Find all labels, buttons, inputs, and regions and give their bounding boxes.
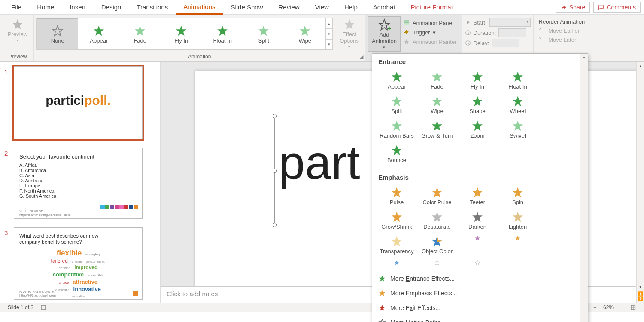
animation-pane-button[interactable]: Animation Pane	[401, 18, 459, 28]
dd-emphasis-more2[interactable]	[498, 233, 538, 243]
zoom-out-button[interactable]: −	[590, 304, 600, 310]
comments-button[interactable]: Comments	[593, 2, 641, 13]
dropdown-scrollbar[interactable]: ▴ ▾	[580, 54, 588, 322]
scroll-up-icon[interactable]: ▴	[639, 64, 641, 68]
share-button[interactable]: Share	[556, 2, 590, 13]
duration-icon	[465, 30, 471, 36]
tab-review[interactable]: Review	[270, 0, 307, 14]
dd-entrance-wipe[interactable]: Wipe	[417, 92, 457, 117]
delay-field[interactable]	[492, 39, 519, 47]
tab-picture-format[interactable]: Picture Format	[403, 0, 460, 14]
animation-painter-button[interactable]: Animation Painter	[401, 37, 459, 46]
dd-emphasis-more4[interactable]	[417, 257, 457, 267]
thumbnail-slide-2[interactable]: Select your favourite continent A. Afric…	[14, 148, 143, 219]
scroll-up-icon[interactable]: ▴	[583, 55, 585, 59]
effect-options-icon	[343, 18, 356, 31]
dd-entrance-zoom[interactable]: Zoom	[457, 117, 498, 141]
dd-more-emphasis[interactable]: More Emphasis Effects...	[372, 286, 580, 301]
gallery-up[interactable]: ▴	[326, 18, 332, 29]
slide2-option: D. Australia	[19, 178, 137, 183]
add-animation-star-icon: +	[378, 18, 391, 31]
dd-emphasis-darken[interactable]: Darken	[457, 208, 498, 233]
gallery-item-wipe[interactable]: Wipe	[284, 18, 325, 49]
zoom-in-button[interactable]: +	[617, 304, 627, 310]
dd-emphasis-more3[interactable]	[377, 257, 417, 267]
effect-options-button[interactable]: Effect Options ▾	[336, 16, 362, 51]
gallery-item-floatin[interactable]: Float In	[202, 18, 243, 49]
status-accessibility-icon[interactable]	[37, 304, 50, 310]
scroll-down-icon[interactable]: ▾	[639, 284, 641, 289]
move-later-button[interactable]: ˅ Move Later	[536, 35, 588, 44]
slide-thumbnails[interactable]: 1 participoll. 2 Select your favourite c…	[0, 62, 161, 303]
prev-slide-icon[interactable]: ⏫	[638, 291, 643, 296]
dd-emphasis-pulse[interactable]: Pulse	[377, 184, 417, 208]
thumbnail-slide-3[interactable]: What word best describes our new company…	[14, 227, 143, 300]
dd-entrance-shape[interactable]: Shape	[457, 92, 498, 117]
dd-entrance-growturn[interactable]: Grow & Turn	[417, 117, 457, 141]
dd-more-motion[interactable]: More Motion Paths...	[372, 315, 580, 322]
tab-insert[interactable]: Insert	[62, 0, 94, 14]
dd-entrance-floatin[interactable]: Float In	[498, 68, 538, 92]
gallery-item-flyin[interactable]: Fly In	[161, 18, 202, 49]
dd-entrance-fade[interactable]: Fade	[417, 68, 457, 92]
tab-transitions[interactable]: Transitions	[129, 0, 176, 14]
slide2-option: G. South America	[19, 193, 137, 199]
dd-emphasis-colorpulse[interactable]: Color Pulse	[417, 184, 457, 208]
dialog-launcher-animation[interactable]: ◢	[360, 54, 363, 60]
dd-emphasis-transparency[interactable]: Transparency	[377, 233, 417, 257]
tab-acrobat[interactable]: Acrobat	[365, 0, 403, 14]
dd-entrance-swivel[interactable]: Swivel	[498, 117, 538, 141]
tab-design[interactable]: Design	[94, 0, 129, 14]
trigger-button[interactable]: Trigger ▾	[401, 28, 459, 37]
collapse-ribbon-button[interactable]: ˄	[634, 52, 642, 61]
tab-file[interactable]: File	[3, 0, 29, 14]
add-animation-button[interactable]: + Add Animation ▾	[368, 16, 401, 52]
dd-emphasis-objectcolor[interactable]: Object Color	[417, 233, 457, 257]
gallery-down[interactable]: ▾	[326, 29, 332, 39]
dd-emphasis-teeter[interactable]: Teeter	[457, 184, 498, 208]
resize-handle-w[interactable]	[273, 169, 277, 173]
fade-star-icon	[431, 71, 444, 83]
preview-button[interactable]: Preview ▾	[4, 16, 31, 44]
bounce-star-icon	[390, 144, 403, 157]
resize-handle-sw[interactable]	[273, 223, 277, 227]
growturn-star-icon	[431, 120, 444, 132]
dd-emphasis-desaturate[interactable]: Desaturate	[417, 208, 457, 233]
dd-entrance-split[interactable]: Split	[377, 92, 417, 117]
tab-help[interactable]: Help	[337, 0, 365, 14]
next-slide-icon[interactable]: ⏬	[638, 296, 643, 301]
gallery-item-appear[interactable]: Appear	[78, 18, 119, 49]
gallery-item-none[interactable]: None	[37, 18, 78, 49]
zoom-level[interactable]: 62%	[600, 304, 617, 310]
start-field[interactable]: ▾	[489, 18, 531, 27]
gallery-more[interactable]: ▾	[326, 40, 332, 49]
dd-entrance-flyin[interactable]: Fly In	[457, 68, 498, 92]
chevron-down-icon: ▾	[383, 45, 385, 49]
dd-emphasis-growshrink[interactable]: Grow/Shrink	[377, 208, 417, 233]
tab-animations[interactable]: Animations	[176, 0, 223, 15]
dd-emphasis-more1[interactable]	[457, 233, 498, 243]
tab-view[interactable]: View	[307, 0, 337, 14]
dd-entrance-appear[interactable]: Appear	[377, 68, 417, 92]
dd-entrance-randombars[interactable]: Random Bars	[377, 117, 417, 141]
gallery-item-fade[interactable]: Fade	[119, 18, 161, 49]
duration-field[interactable]	[498, 28, 526, 37]
dd-entrance-bounce[interactable]: Bounce	[377, 141, 417, 166]
status-slide-counter[interactable]: Slide 1 of 3	[4, 304, 37, 310]
tab-home[interactable]: Home	[29, 0, 62, 14]
dd-entrance-wheel[interactable]: Wheel	[498, 92, 538, 117]
dd-emphasis-lighten[interactable]: Lighten	[498, 208, 538, 233]
start-icon	[465, 19, 471, 25]
dd-emphasis-more5[interactable]	[457, 257, 498, 267]
dd-emphasis-spin[interactable]: Spin	[498, 184, 538, 208]
editor-scrollbar[interactable]: ▴ ▾ ⏫ ⏬	[636, 62, 644, 303]
tab-slideshow[interactable]: Slide Show	[223, 0, 270, 14]
dd-more-exit[interactable]: More Exit Effects...	[372, 301, 580, 315]
move-earlier-button[interactable]: ˄ Move Earlier	[536, 26, 588, 35]
resize-handle-nw[interactable]	[273, 114, 277, 118]
add-animation-dropdown: Entrance Appear Fade Fly In Float In Spl…	[372, 53, 588, 322]
dd-more-entrance[interactable]: More Entrance Effects...	[372, 271, 580, 286]
gallery-item-split[interactable]: Split	[243, 18, 284, 49]
fit-to-window-button[interactable]	[627, 304, 640, 310]
thumbnail-slide-1[interactable]: participoll.	[14, 66, 143, 139]
